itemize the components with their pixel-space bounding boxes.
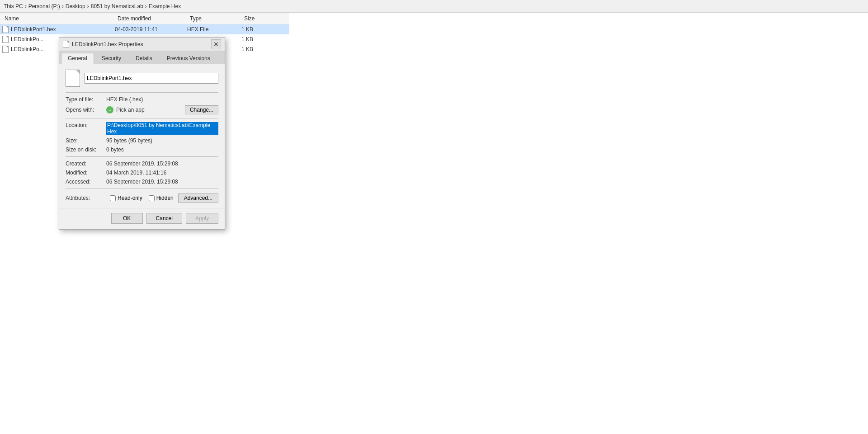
modified-row: Modified: 04 March 2019, 11:41:16 [66, 170, 218, 176]
tab-general[interactable]: General [61, 53, 94, 64]
type-of-file-value: HEX File (.hex) [106, 96, 218, 103]
hidden-label: Hidden [156, 195, 174, 201]
hidden-checkbox-item: Hidden [149, 195, 174, 201]
type-of-file-label: Type of file: [66, 96, 106, 103]
file-large-icon [66, 70, 80, 87]
modified-value: 04 March 2019, 11:41:16 [106, 170, 218, 176]
checkbox-group: Read-only Hidden [110, 195, 174, 201]
opens-with-label: Opens with: [66, 107, 106, 113]
opens-with-row: Opens with: → Pick an app Change... [66, 105, 218, 114]
dialog-title-icon [63, 41, 69, 48]
properties-dialog: LEDblinkPort1.hex Properties ✕ General S… [59, 37, 225, 230]
tab-previous-versions[interactable]: Previous Versions [160, 53, 217, 64]
ok-button[interactable]: OK [111, 213, 143, 224]
dialog-overlay: LEDblinkPort1.hex Properties ✕ General S… [0, 0, 868, 434]
dialog-title: LEDblinkPort1.hex Properties [63, 41, 143, 48]
tab-security[interactable]: Security [95, 53, 128, 64]
dialog-body: Type of file: HEX File (.hex) Opens with… [59, 64, 225, 208]
accessed-row: Accessed: 06 September 2019, 15:29:08 [66, 179, 218, 185]
created-value: 06 September 2019, 15:29:08 [106, 160, 218, 167]
location-value[interactable]: P:\Desktop\8051 by NematicsLab\Example H… [106, 122, 218, 135]
size-row: Size: 95 bytes (95 bytes) [66, 137, 218, 144]
size-on-disk-label: Size on disk: [66, 146, 106, 153]
location-row: Location: P:\Desktop\8051 by NematicsLab… [66, 122, 218, 135]
size-label: Size: [66, 137, 106, 144]
tab-details[interactable]: Details [129, 53, 159, 64]
hidden-checkbox[interactable] [149, 195, 155, 201]
separator-3 [66, 156, 218, 157]
attributes-row: Attributes: Read-only Hidden Advanced... [66, 193, 218, 203]
size-on-disk-row: Size on disk: 0 bytes [66, 146, 218, 153]
created-label: Created: [66, 160, 106, 167]
dialog-title-text: LEDblinkPort1.hex Properties [72, 41, 143, 47]
location-label: Location: [66, 122, 106, 135]
advanced-button[interactable]: Advanced... [178, 193, 218, 203]
cancel-button[interactable]: Cancel [146, 213, 182, 224]
size-value: 95 bytes (95 bytes) [106, 137, 218, 144]
change-button[interactable]: Change... [185, 105, 218, 114]
file-header-row [66, 70, 218, 87]
type-of-file-row: Type of file: HEX File (.hex) [66, 96, 218, 103]
dialog-buttons: OK Cancel Apply [59, 208, 225, 229]
modified-label: Modified: [66, 170, 106, 176]
readonly-checkbox-item: Read-only [110, 195, 142, 201]
separator-2 [66, 118, 218, 118]
opens-with-icon: → [106, 106, 113, 113]
dialog-titlebar: LEDblinkPort1.hex Properties ✕ [59, 38, 225, 51]
accessed-label: Accessed: [66, 179, 106, 185]
accessed-value: 06 September 2019, 15:29:08 [106, 179, 218, 185]
readonly-checkbox[interactable] [110, 195, 116, 201]
size-on-disk-value: 0 bytes [106, 146, 218, 153]
dialog-tabs: General Security Details Previous Versio… [59, 51, 225, 64]
filename-input[interactable] [85, 73, 218, 84]
separator-1 [66, 92, 218, 93]
readonly-label: Read-only [118, 195, 142, 201]
apply-button[interactable]: Apply [186, 213, 218, 224]
opens-with-value: Pick an app [116, 107, 179, 113]
created-row: Created: 06 September 2019, 15:29:08 [66, 160, 218, 167]
separator-4 [66, 189, 218, 189]
dialog-close-button[interactable]: ✕ [211, 39, 221, 49]
attributes-label: Attributes: [66, 195, 106, 201]
